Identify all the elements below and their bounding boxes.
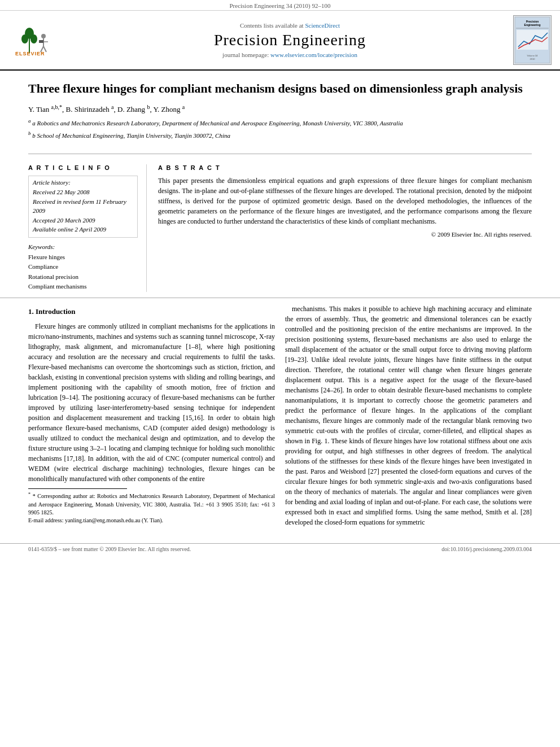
keyword-2: Compliance [28, 262, 138, 272]
received-revised-date: Received in revised form 11 February 200… [33, 197, 133, 216]
intro-right-para: mechanisms. This makes it possible to ac… [285, 304, 532, 527]
svg-text:ELSEVIER: ELSEVIER [15, 51, 45, 56]
sciencedirect-link[interactable]: ScienceDirect [305, 22, 340, 29]
footnote-email: E-mail address: yanling.tian@eng.monash.… [28, 517, 275, 525]
available-date: Available online 2 April 2009 [33, 225, 133, 234]
affiliation-b: b b School of Mechanical Engineering, Ti… [28, 130, 532, 140]
header-divider [28, 154, 532, 154]
journal-cover: Precision Engineering Volume 34 2010 [513, 15, 552, 65]
footnote-star: * * Corresponding author at: Robotics an… [28, 491, 275, 516]
elsevier-logo: ELSEVIER [12, 25, 63, 56]
journal-header-center: Contents lists available at ScienceDirec… [76, 15, 504, 65]
svg-point-5 [41, 34, 46, 38]
info-abstract-row: A R T I C L E I N F O Article history: R… [0, 160, 560, 298]
page-wrapper: Precision Engineering 34 (2010) 92–100 [0, 0, 560, 554]
intro-left-para: Flexure hinges are commonly utilized in … [28, 321, 275, 484]
journal-cover-area: Precision Engineering Volume 34 2010 [511, 15, 553, 65]
homepage-line: journal homepage: www.elsevier.com/locat… [222, 51, 357, 58]
homepage-link[interactable]: www.elsevier.com/locate/precision [270, 51, 357, 58]
keywords-title: Keywords: [28, 243, 138, 250]
affiliation-a: a a Robotics and Mechatronics Research L… [28, 117, 532, 128]
history-box: Article history: Received 22 May 2008 Re… [28, 176, 138, 238]
body-section: 1. Introduction Flexure hinges are commo… [0, 298, 560, 543]
svg-text:Volume 34: Volume 34 [527, 54, 538, 57]
article-info-heading: A R T I C L E I N F O [28, 164, 138, 171]
body-right-col: mechanisms. This makes it possible to ac… [285, 304, 532, 532]
journal-header: ELSEVIER Contents lists available at Sci… [0, 11, 560, 71]
doi-line: doi:10.1016/j.precisioneng.2009.03.004 [441, 546, 532, 552]
svg-rect-10 [39, 40, 43, 43]
svg-text:Engineering: Engineering [524, 23, 540, 27]
keywords-box: Keywords: Flexure hinges Compliance Rota… [28, 243, 138, 292]
section1-heading: 1. Introduction [28, 306, 275, 317]
history-title: Article history: [33, 179, 133, 186]
keyword-3: Rotational precision [28, 272, 138, 282]
article-info-col: A R T I C L E I N F O Article history: R… [28, 164, 147, 292]
abstract-text: This paper presents the dimensionless em… [158, 176, 532, 226]
bottom-bar: 0141-6359/$ – see front matter © 2009 El… [0, 543, 560, 554]
copyright-line: © 2009 Elsevier Inc. All rights reserved… [158, 231, 532, 238]
svg-text:2010: 2010 [530, 58, 535, 60]
authors-line: Y. Tian a,b,*, B. Shirinzadeh a, D. Zhan… [28, 104, 532, 114]
footnote-divider [28, 488, 127, 489]
sciencedirect-line: Contents lists available at ScienceDirec… [240, 22, 340, 29]
abstract-heading: A B S T R A C T [158, 164, 532, 171]
article-section: Three flexure hinges for compliant mecha… [0, 71, 560, 148]
top-bar: Precision Engineering 34 (2010) 92–100 [0, 0, 560, 11]
elsevier-logo-area: ELSEVIER [7, 15, 69, 65]
journal-title: Precision Engineering [214, 31, 366, 49]
journal-citation: Precision Engineering 34 (2010) 92–100 [229, 2, 330, 9]
keyword-1: Flexure hinges [28, 252, 138, 263]
article-title: Three flexure hinges for compliant mecha… [28, 81, 532, 97]
body-left-col: 1. Introduction Flexure hinges are commo… [28, 304, 275, 532]
keyword-4: Compliant mechanisms [28, 282, 138, 292]
abstract-col: A B S T R A C T This paper presents the … [158, 164, 532, 292]
received-date: Received 22 May 2008 [33, 187, 133, 197]
accepted-date: Accepted 20 March 2009 [33, 216, 133, 225]
issn-line: 0141-6359/$ – see front matter © 2009 El… [28, 546, 191, 552]
svg-point-4 [30, 34, 37, 43]
svg-point-3 [21, 34, 28, 43]
